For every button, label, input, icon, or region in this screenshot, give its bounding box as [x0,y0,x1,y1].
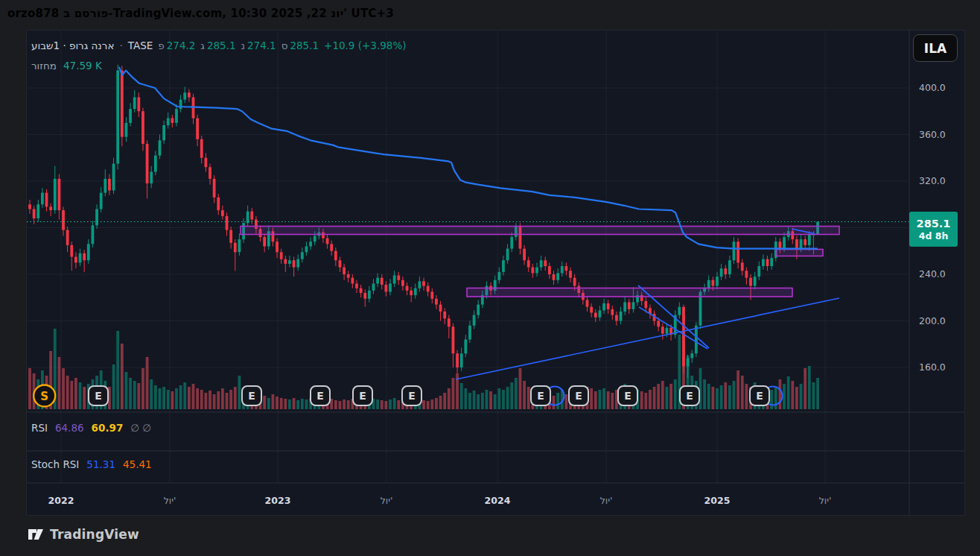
candle[interactable] [284,256,287,272]
candle[interactable] [661,323,664,340]
candle[interactable] [594,309,597,322]
candle[interactable] [95,204,98,229]
volume-bar[interactable] [280,398,283,409]
candle[interactable] [343,264,346,280]
earnings-marker[interactable]: E [402,386,421,405]
volume-bar[interactable] [284,399,287,409]
candle[interactable] [477,300,480,318]
candle[interactable] [309,237,312,250]
volume-bar[interactable] [267,398,270,409]
candle[interactable] [376,273,379,287]
candle[interactable] [766,256,769,271]
volume-bar[interactable] [196,388,199,409]
volume-bar[interactable] [779,379,782,409]
candle[interactable] [430,288,433,303]
candle[interactable] [678,303,681,319]
candle[interactable] [108,174,111,195]
candle[interactable] [736,238,739,269]
volume-bar[interactable] [448,388,451,409]
earnings-marker[interactable]: E [353,386,372,405]
volume-bar[interactable] [125,372,128,409]
candle[interactable] [393,271,396,287]
volume-bar[interactable] [666,387,669,409]
volume-bar[interactable] [204,393,207,409]
candle[interactable] [87,239,90,264]
volume-bar[interactable] [175,388,178,409]
volume-bar[interactable] [733,381,736,409]
volume-bar[interactable] [527,387,530,409]
candle[interactable] [745,268,748,285]
price-tick-label[interactable]: 200.0 [914,315,960,326]
volume-bar[interactable] [116,331,119,409]
candle[interactable] [200,136,203,164]
candle[interactable] [553,271,556,285]
volume-bar[interactable] [661,381,664,409]
volume-bar[interactable] [724,382,727,409]
volume-bar[interactable] [808,366,811,409]
time-tick-label[interactable]: 2025 [695,495,739,506]
volume-bar[interactable] [481,393,484,409]
volume-bar[interactable] [376,399,379,409]
chart-canvas[interactable]: EEEEEEEEEES [26,30,965,516]
volume-bar[interactable] [657,384,660,409]
candle[interactable] [733,237,736,264]
candle[interactable] [296,254,299,271]
candle[interactable] [762,254,765,269]
volume-bar[interactable] [787,376,790,409]
volume-bar[interactable] [519,368,522,409]
volume-bar[interactable] [339,401,342,409]
candle[interactable] [112,158,115,194]
candle[interactable] [452,323,455,367]
candle[interactable] [288,256,291,268]
candle[interactable] [804,236,806,250]
volume-bar[interactable] [795,387,798,409]
volume-bar[interactable] [640,391,643,409]
volume-bar[interactable] [62,368,65,409]
earnings-marker[interactable]: E [311,386,330,405]
earnings-marker[interactable]: E [750,386,769,405]
candle[interactable] [116,65,119,170]
volume-bar[interactable] [213,394,216,409]
candle[interactable] [623,297,626,315]
volume-bar[interactable] [812,382,815,409]
earnings-marker[interactable]: E [680,386,699,405]
candle[interactable] [460,347,463,370]
volume-bar[interactable] [347,400,350,409]
volume-bar[interactable] [83,387,86,409]
volume-bar[interactable] [473,391,476,409]
price-tick-label[interactable]: 160.0 [914,361,960,373]
candle[interactable] [36,200,39,222]
tradingview-watermark[interactable]: TradingView [27,525,139,543]
candle[interactable] [171,115,174,127]
candle[interactable] [599,306,602,320]
candle[interactable] [410,287,413,302]
candle[interactable] [564,262,567,275]
volume-bar[interactable] [745,384,748,409]
volume-bar[interactable] [121,344,124,409]
candle[interactable] [351,274,354,288]
volume-bar[interactable] [150,379,153,409]
candle[interactable] [70,241,73,271]
volume-bar[interactable] [384,401,387,409]
candle[interactable] [305,241,308,256]
candle[interactable] [531,264,534,278]
volume-bar[interactable] [57,357,60,409]
candle[interactable] [695,322,698,357]
volume-bar[interactable] [183,382,186,409]
candle[interactable] [607,300,610,314]
volume-bar[interactable] [770,390,773,409]
candle[interactable] [192,94,195,124]
volume-bar[interactable] [611,393,614,409]
candle[interactable] [146,140,149,198]
volume-bar[interactable] [711,387,714,409]
earnings-marker[interactable]: E [618,386,637,405]
candle[interactable] [384,281,387,296]
volume-bar[interactable] [146,357,149,409]
volume-bar[interactable] [669,384,672,409]
volume-bar[interactable] [502,390,505,409]
volume-bar[interactable] [188,387,191,409]
volume-bar[interactable] [728,385,731,409]
candle[interactable] [569,268,572,282]
time-tick-label[interactable]: יול' [584,495,629,506]
volume-bar[interactable] [301,399,304,409]
